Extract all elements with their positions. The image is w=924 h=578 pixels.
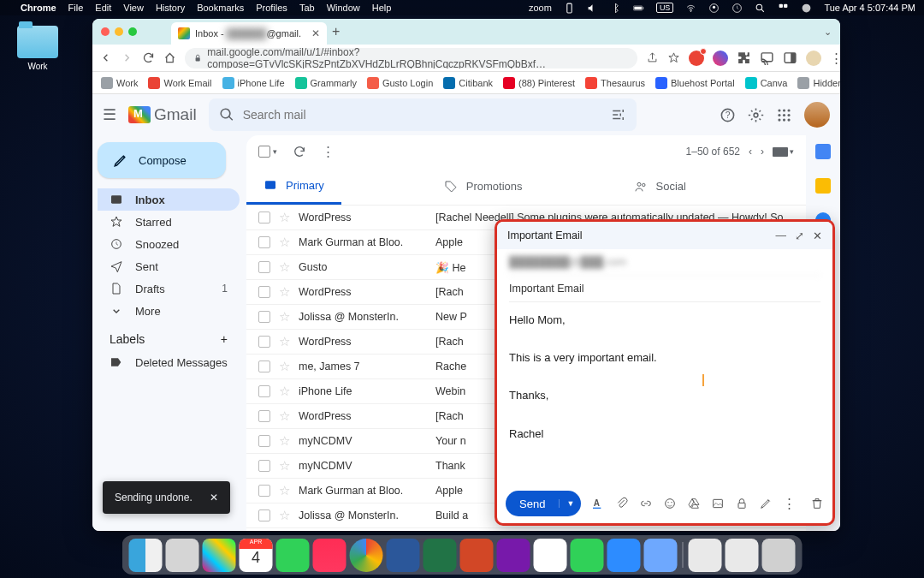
zoom-indicator[interactable]: zoom <box>529 3 552 13</box>
keep-icon[interactable] <box>815 178 831 194</box>
battery-icon[interactable] <box>633 3 644 14</box>
row-star-icon[interactable]: ☆ <box>279 458 290 474</box>
refresh-icon[interactable] <box>293 145 306 158</box>
sidebar-item-more[interactable]: More <box>98 300 240 322</box>
row-star-icon[interactable]: ☆ <box>279 408 290 424</box>
insert-emoji-icon[interactable] <box>663 497 677 510</box>
discard-draft-icon[interactable] <box>810 497 824 510</box>
row-star-icon[interactable]: ☆ <box>279 284 290 300</box>
browser-tab[interactable]: Inbox - ██████@gmail. ✕ <box>171 22 327 45</box>
row-checkbox[interactable] <box>258 410 270 422</box>
dock-item-preview[interactable] <box>644 539 678 572</box>
dock-item-document[interactable] <box>689 539 722 572</box>
dock-item-launchpad[interactable] <box>203 539 236 572</box>
insert-drive-icon[interactable] <box>687 497 701 510</box>
add-label-icon[interactable]: + <box>221 332 228 346</box>
bookmark-star-icon[interactable] <box>667 51 680 64</box>
select-all-checkbox[interactable] <box>258 146 270 158</box>
phone-sync-icon[interactable] <box>564 3 575 14</box>
confidential-mode-icon[interactable] <box>735 497 749 510</box>
dock-item-onenote[interactable] <box>497 539 530 572</box>
row-star-icon[interactable]: ☆ <box>279 210 290 225</box>
toast-close-icon[interactable]: ✕ <box>210 492 218 504</box>
address-bar[interactable]: mail.google.com/mail/u/1/#inbox?compose=… <box>185 48 637 69</box>
bookmark-item[interactable]: Bluehost Portal <box>655 77 735 89</box>
compose-body[interactable]: Hello Mom, This is a very important emai… <box>497 302 832 484</box>
share-icon[interactable] <box>646 51 659 64</box>
bookmark-item[interactable]: Hidden Gems <box>797 77 840 89</box>
account-avatar[interactable] <box>804 102 830 128</box>
compose-fullscreen-icon[interactable]: ⤢ <box>795 229 804 242</box>
extension-icon[interactable] <box>713 51 728 66</box>
bookmark-item[interactable]: Citibank <box>443 77 493 89</box>
home-icon[interactable] <box>163 51 176 64</box>
menubar-item[interactable]: Bookmarks <box>197 3 244 13</box>
sidebar-item-inbox[interactable]: Inbox <box>98 188 240 211</box>
window-zoom-icon[interactable] <box>128 27 137 36</box>
calendar-icon[interactable] <box>815 144 831 159</box>
side-panel-icon[interactable] <box>783 51 797 65</box>
cast-icon[interactable] <box>760 51 774 65</box>
compose-to-field[interactable]: ████████@███.com <box>509 249 820 276</box>
row-checkbox[interactable] <box>258 212 270 223</box>
profile-avatar-icon[interactable] <box>806 51 821 66</box>
menubar-item[interactable]: History <box>156 3 185 13</box>
apps-grid-icon[interactable] <box>776 107 792 123</box>
dock-item-powerpoint[interactable] <box>460 539 494 572</box>
gmail-logo[interactable]: Gmail <box>128 105 197 124</box>
wifi-icon[interactable] <box>685 3 696 14</box>
bookmark-item[interactable]: Grammarly <box>295 77 357 89</box>
page-next-icon[interactable]: › <box>761 146 764 158</box>
more-menu-icon[interactable]: ⋮ <box>322 144 335 159</box>
row-star-icon[interactable]: ☆ <box>279 235 290 250</box>
row-checkbox[interactable] <box>258 336 270 348</box>
send-options-icon[interactable]: ▼ <box>559 499 581 508</box>
control-center-icon[interactable] <box>778 3 789 14</box>
new-tab-button[interactable]: + <box>332 24 340 39</box>
row-checkbox[interactable] <box>258 485 270 497</box>
input-tools-icon[interactable]: ▾ <box>773 147 794 157</box>
dock-item-slack[interactable] <box>534 539 567 572</box>
dock-item-facetime[interactable] <box>571 539 604 572</box>
tab-social[interactable]: Social <box>617 168 703 205</box>
tab-primary[interactable]: Primary <box>246 168 341 205</box>
tab-close-icon[interactable]: ✕ <box>311 27 320 39</box>
row-star-icon[interactable]: ☆ <box>279 433 290 449</box>
chrome-titlebar[interactable]: Inbox - ██████@gmail. ✕ + ⌄ <box>92 19 840 45</box>
tabs-dropdown-icon[interactable]: ⌄ <box>824 27 832 38</box>
dock-item-chrome[interactable] <box>350 539 383 572</box>
compose-close-icon[interactable]: ✕ <box>813 229 822 242</box>
row-checkbox[interactable] <box>258 286 270 298</box>
compose-subject-field[interactable]: Important Email <box>509 276 820 302</box>
window-minimize-icon[interactable] <box>115 27 123 36</box>
row-checkbox[interactable] <box>258 311 270 323</box>
dock-item-settings[interactable] <box>166 539 199 572</box>
sidebar-item-starred[interactable]: Starred <box>98 211 240 233</box>
menubar-item[interactable]: File <box>68 3 84 13</box>
bookmark-item[interactable]: Thesaurus <box>585 77 645 89</box>
bookmark-item[interactable]: Canva <box>745 77 788 89</box>
sidebar-label-item[interactable]: Deleted Messages <box>98 351 240 373</box>
dock-item-excel[interactable] <box>424 539 457 572</box>
window-close-icon[interactable] <box>101 27 110 36</box>
bluetooth-icon[interactable] <box>610 3 621 14</box>
row-star-icon[interactable]: ☆ <box>279 259 290 275</box>
account-circle-icon[interactable] <box>708 3 720 14</box>
chrome-menu-icon[interactable]: ⋮ <box>830 51 833 66</box>
main-menu-icon[interactable]: ☰ <box>103 105 116 124</box>
input-source-badge[interactable]: US <box>656 3 674 13</box>
sidebar-item-sent[interactable]: Sent <box>98 255 240 277</box>
compose-header[interactable]: Important Email — ⤢ ✕ <box>497 222 832 249</box>
dock-item-downloads[interactable] <box>726 539 759 572</box>
extensions-puzzle-icon[interactable] <box>737 51 751 65</box>
bookmark-item[interactable]: (88) Pinterest <box>503 77 575 89</box>
row-star-icon[interactable]: ☆ <box>279 359 290 374</box>
attach-file-icon[interactable] <box>615 497 629 510</box>
menubar-app[interactable]: Chrome <box>21 3 56 13</box>
insert-link-icon[interactable] <box>639 497 653 510</box>
insert-photo-icon[interactable] <box>711 497 725 510</box>
compose-minimize-icon[interactable]: — <box>776 229 787 242</box>
insert-signature-icon[interactable] <box>759 497 773 510</box>
dock-item-messages[interactable] <box>276 539 310 572</box>
support-icon[interactable]: ? <box>720 107 736 123</box>
